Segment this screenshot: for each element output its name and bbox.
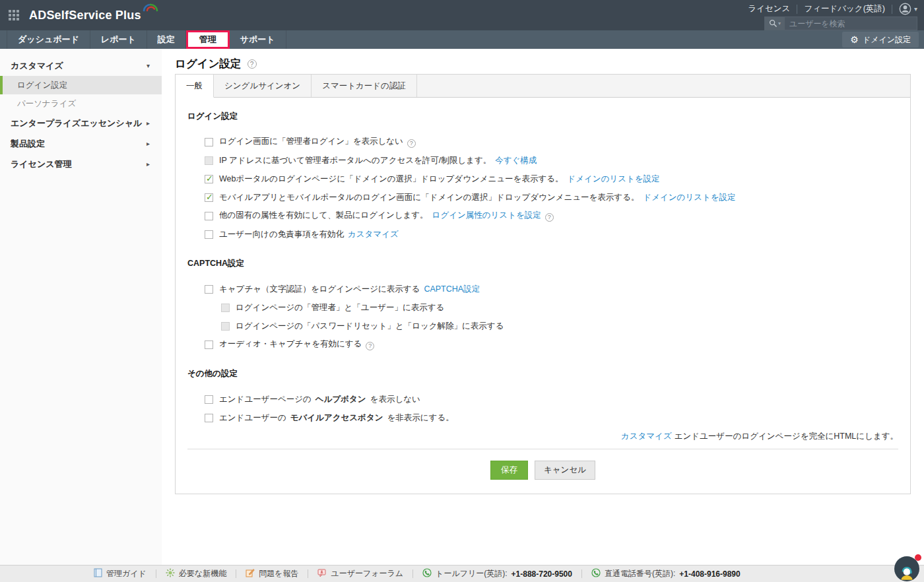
checkbox-row: エンドユーザーページのヘルプボタンを表示しない — [205, 390, 898, 408]
checkbox-row: Webポータルのログインページに「ドメインの選択」ドロップダウンメニューを表示す… — [205, 170, 898, 188]
checkbox-label: エンドユーザーのモバイルアクセスボタンを非表示にする。 — [219, 412, 458, 424]
button-row: 保存 キャンセル — [176, 461, 910, 480]
footer-item[interactable]: 必要な新機能 — [156, 568, 236, 579]
nav-tab-admin[interactable]: 管理 — [186, 30, 230, 49]
checkbox-label: ログインページの「パスワードリセット」と「ロック解除」に表示する — [236, 321, 508, 332]
checkbox-label: キャプチャ（文字認証）をログインページに表示するCAPTCHA設定 — [219, 284, 484, 295]
checkbox[interactable] — [205, 212, 213, 220]
search-icon[interactable]: ▾ — [765, 17, 785, 30]
checkbox[interactable] — [205, 138, 213, 146]
checkbox[interactable] — [205, 175, 213, 183]
help-icon[interactable]: ? — [545, 213, 554, 222]
page-title: ログイン設定 — [175, 57, 242, 71]
footer-phone-number: +1-888-720-9500 — [512, 569, 572, 579]
help-icon[interactable]: ? — [407, 139, 416, 148]
sidebar-item-enterprise-essentials[interactable]: エンタープライズエッセンシャル▸ — [0, 113, 162, 133]
feedback-link[interactable]: フィードバック(英語) — [804, 3, 885, 15]
main-content: ログイン設定 ? 一般シングルサインオンスマートカードの認証 ログイン設定ログイ… — [162, 49, 924, 565]
inline-link[interactable]: カスタマイズ — [348, 230, 399, 239]
tab-general[interactable]: 一般 — [176, 75, 214, 98]
settings-panel: 一般シングルサインオンスマートカードの認証 ログイン設定ログイン画面に「管理者ロ… — [175, 74, 911, 494]
checkbox-row: ログインページの「パスワードリセット」と「ロック解除」に表示する — [221, 317, 898, 335]
label-text: オーディオ・キャプチャを有効にする — [219, 339, 362, 348]
checkbox[interactable] — [205, 340, 213, 349]
domain-settings-button[interactable]: ⚙ ドメイン設定 — [842, 32, 919, 48]
sidebar-item-label: カスタマイズ — [11, 60, 63, 72]
tab-strip: 一般シングルサインオンスマートカードの認証 — [176, 75, 910, 98]
label-text: エンドユーザーページの — [219, 395, 312, 404]
inline-link[interactable]: ログイン属性のリストを設定 — [432, 210, 541, 220]
help-icon[interactable]: ? — [366, 342, 374, 350]
new-features-icon — [166, 568, 175, 579]
checkbox — [221, 304, 230, 312]
inline-link[interactable]: CAPTCHA設定 — [424, 284, 480, 294]
tab-single-sign-on[interactable]: シングルサインオン — [214, 75, 312, 97]
sidebar-item-label: 製品設定 — [11, 138, 45, 150]
checkbox-label: ユーザー向けの免責事項を有効化カスタマイズ — [219, 229, 403, 240]
footer-item-label: 直通電話番号(英語): — [605, 568, 675, 579]
label-text: エンドユーザーの — [219, 413, 286, 422]
cancel-button[interactable]: キャンセル — [535, 461, 595, 480]
checkbox-label: オーディオ・キャプチャを有効にする? — [219, 339, 378, 350]
checkbox[interactable] — [205, 193, 213, 202]
checkbox[interactable] — [205, 230, 213, 239]
search-input[interactable] — [785, 19, 917, 28]
chevron-down-icon: ▾ — [147, 62, 150, 69]
checkbox — [221, 322, 230, 331]
header-divider — [892, 5, 892, 14]
sidebar-item-label: ライセンス管理 — [11, 158, 72, 170]
checkbox-row: エンドユーザーのモバイルアクセスボタンを非表示にする。 — [205, 408, 898, 427]
chat-notification-dot — [915, 554, 921, 561]
label-text: Webポータルのログインページに「ドメインの選択」ドロップダウンメニューを表示す… — [219, 174, 563, 183]
inline-link[interactable]: ドメインのリストを設定 — [567, 174, 659, 183]
nav-tabs: ダッシュボードレポート設定管理サポート — [7, 30, 286, 49]
checkbox-label: IP アドレスに基づいて管理者ポータルへのアクセスを許可/制限します。今すぐ構成 — [219, 155, 541, 166]
footer-item-label: 問題を報告 — [259, 568, 298, 579]
page-title-help-icon[interactable]: ? — [248, 59, 257, 69]
nav-tab-reports[interactable]: レポート — [90, 30, 147, 49]
checkbox[interactable] — [205, 395, 213, 404]
checkbox — [205, 156, 213, 165]
sidebar-item-customize[interactable]: カスタマイズ▾ — [0, 55, 162, 76]
nav-tab-dashboard[interactable]: ダッシュボード — [7, 30, 90, 49]
checkbox[interactable] — [205, 414, 213, 422]
chevron-right-icon: ▸ — [147, 160, 150, 168]
footer-item[interactable]: 直通電話番号(英語):+1-408-916-9890 — [582, 568, 750, 579]
license-link[interactable]: ライセンス — [748, 3, 790, 15]
footer-item-label: トールフリー(英語): — [436, 568, 507, 579]
label-text-bold: ヘルプボタン — [315, 395, 366, 404]
sidebar-item-personalize[interactable]: パーソナライズ — [0, 94, 162, 113]
customize-note-row: カスタマイズエンドユーザーのログインページを完全にHTMLにします。 — [176, 431, 910, 442]
checkbox[interactable] — [205, 285, 213, 294]
domain-settings-label: ドメイン設定 — [863, 34, 911, 46]
label-text: ログイン画面に「管理者ログイン」を表示しない — [219, 137, 403, 146]
nav-tab-support[interactable]: サポート — [230, 30, 286, 49]
customize-link[interactable]: カスタマイズ — [621, 432, 672, 441]
section-title: ログイン設定 — [187, 111, 898, 122]
checkbox-label: ログイン画面に「管理者ログイン」を表示しない? — [219, 136, 420, 148]
inline-link[interactable]: 今すぐ構成 — [495, 156, 537, 165]
footer-item[interactable]: 問題を報告 — [236, 568, 308, 579]
user-avatar-icon — [899, 3, 911, 15]
nav-tab-configuration[interactable]: 設定 — [147, 30, 186, 49]
footer-item[interactable]: トールフリー(英語):+1-888-720-9500 — [413, 568, 581, 579]
footer-item-label: ユーザーフォーラム — [331, 568, 403, 579]
app-launcher-icon[interactable] — [9, 10, 19, 20]
gear-icon: ⚙ — [850, 35, 859, 44]
save-button[interactable]: 保存 — [490, 461, 528, 480]
inline-link[interactable]: ドメインのリストを設定 — [643, 193, 735, 202]
logo-swoosh-icon — [142, 3, 159, 19]
header-links: ライセンス フィードバック(英語) ▾ — [748, 3, 917, 15]
settings-section: ログイン設定ログイン画面に「管理者ログイン」を表示しない?IP アドレスに基づい… — [187, 111, 898, 243]
footer-item[interactable]: 管理ガイド — [84, 568, 156, 579]
sidebar-item-product-settings[interactable]: 製品設定▸ — [0, 133, 162, 154]
app-logo[interactable]: ADSelfService Plus — [29, 9, 159, 22]
user-menu[interactable]: ▾ — [899, 3, 917, 15]
footer-item-label: 必要な新機能 — [179, 568, 226, 579]
sidebar-item-license-management[interactable]: ライセンス管理▸ — [0, 154, 162, 174]
footer-item[interactable]: ユーザーフォーラム — [308, 568, 412, 579]
tab-smartcard-auth[interactable]: スマートカードの認証 — [312, 75, 417, 97]
sidebar-item-login-settings[interactable]: ログイン設定 — [0, 76, 162, 94]
chevron-down-icon: ▾ — [914, 5, 917, 13]
checkbox-label: モバイルアプリとモバイルポータルのログイン画面に「ドメインの選択」ドロップダウン… — [219, 192, 740, 203]
